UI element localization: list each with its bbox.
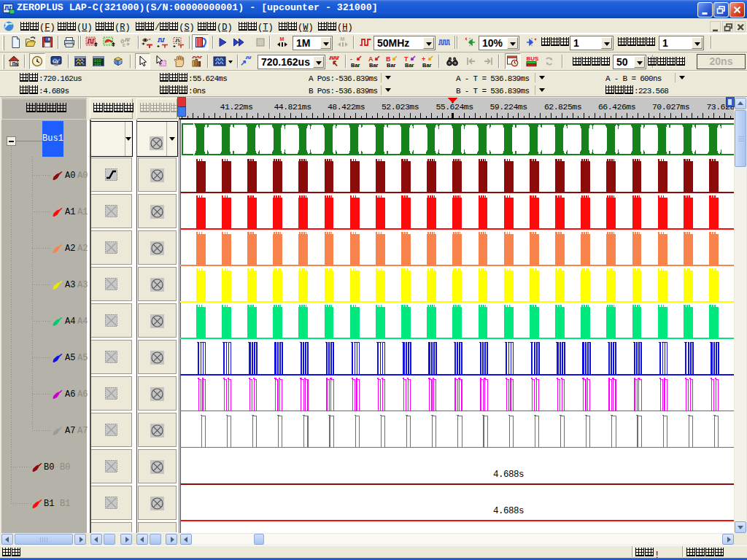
svg-text:Bar: Bar	[387, 62, 396, 69]
svg-text:BUS: BUS	[527, 55, 539, 62]
svg-text:Bar: Bar	[422, 62, 432, 69]
svg-text:66.426ms: 66.426ms	[598, 102, 635, 112]
svg-text:Bar: Bar	[351, 62, 360, 69]
svg-text:41.22ms: 41.22ms	[220, 102, 253, 112]
svg-text:M: M	[340, 36, 344, 42]
svg-text:4.688s: 4.688s	[493, 470, 524, 480]
svg-text:E: E	[123, 43, 125, 47]
svg-text:55.624ms: 55.624ms	[436, 102, 473, 112]
svg-text:52.023ms: 52.023ms	[382, 102, 419, 112]
svg-text:101: 101	[94, 62, 102, 67]
svg-text:48.422ms: 48.422ms	[328, 102, 365, 112]
svg-text:M: M	[279, 36, 284, 42]
svg-text:Hz: Hz	[53, 60, 58, 64]
svg-text:N: N	[15, 62, 19, 67]
svg-text:59.224ms: 59.224ms	[489, 102, 527, 112]
svg-text:44.821ms: 44.821ms	[274, 102, 311, 112]
svg-text:Bar: Bar	[405, 62, 414, 69]
svg-text:4.688s: 4.688s	[493, 506, 524, 516]
svg-text:62.825ms: 62.825ms	[544, 102, 581, 112]
svg-text:Bar: Bar	[369, 62, 379, 69]
svg-text:70.027ms: 70.027ms	[652, 102, 689, 112]
